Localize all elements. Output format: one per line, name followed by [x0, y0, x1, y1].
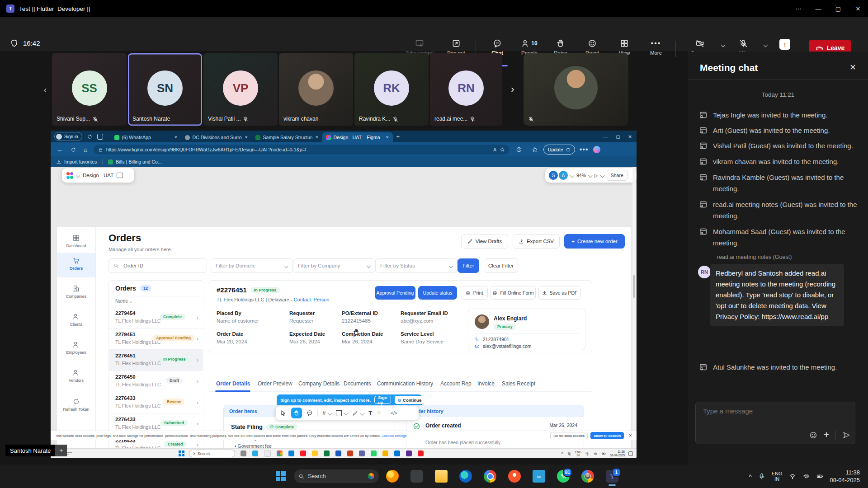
chrome-icon[interactable] — [484, 470, 496, 483]
google-continue-button[interactable]: G Continue — [395, 396, 425, 404]
scrollbar-track[interactable] — [632, 167, 636, 458]
filter-status-select[interactable]: Filter by Status — [375, 258, 458, 273]
pin-presenter-button[interactable]: + — [55, 445, 67, 456]
sidebar-item-clients[interactable]: Clients — [57, 313, 95, 327]
app-icon[interactable] — [394, 450, 400, 456]
update-status-button[interactable]: Update status — [418, 286, 457, 300]
app-icon[interactable] — [410, 470, 423, 483]
notifications-icon[interactable] — [628, 451, 633, 456]
acrobat-icon[interactable] — [418, 450, 424, 456]
tab-documents[interactable]: Documents — [344, 380, 371, 387]
tiles-scroll-right[interactable]: › — [505, 53, 521, 126]
window-more-icon[interactable]: ⋯ — [788, 0, 808, 17]
file-explorer-icon[interactable] — [435, 470, 448, 483]
print-button[interactable]: Print — [461, 286, 488, 300]
more-button[interactable]: ••• More — [640, 39, 672, 56]
speaker-icon[interactable] — [802, 473, 810, 480]
tab-communication-history[interactable]: Communication History — [377, 380, 433, 387]
chat-close-icon[interactable]: ✕ — [849, 62, 856, 72]
sidebar-item-companies[interactable]: Companies — [57, 285, 95, 299]
video-tile[interactable]: SS Shivani Sup... — [52, 53, 127, 126]
hand-tool-active[interactable] — [291, 408, 302, 418]
layout-icon[interactable] — [117, 173, 123, 178]
zoom-chevron-icon[interactable] — [588, 173, 593, 178]
browser-update-button[interactable]: Update — [543, 145, 575, 155]
tab-order-details[interactable]: Order Details — [216, 380, 250, 387]
whatsapp-icon[interactable] — [371, 450, 377, 456]
shared-search-box[interactable]: Search — [189, 450, 235, 457]
sidebar-item-employees[interactable]: Employees — [57, 341, 95, 355]
tab-company-details[interactable]: Company Details — [298, 380, 340, 387]
filter-button[interactable]: Filter — [458, 258, 479, 273]
import-favorites-link[interactable]: Import favorites — [64, 159, 97, 164]
app-icon[interactable] — [382, 450, 388, 456]
start-button[interactable] — [179, 450, 184, 456]
frame-tool-icon[interactable]: # — [322, 410, 326, 417]
column-name[interactable]: Name — [115, 298, 128, 304]
shared-clock[interactable]: 11:3808-04-2025 — [610, 450, 625, 457]
allow-cookies-button[interactable]: Allow all cookies — [590, 432, 624, 439]
resources-tool-icon[interactable]: ⁘ — [377, 410, 381, 416]
sidebar-item-dashboard[interactable]: Dashboard — [57, 234, 95, 248]
comment-tool-icon[interactable] — [307, 410, 313, 416]
app-icon[interactable] — [406, 450, 412, 456]
refresh-icon[interactable] — [71, 147, 76, 153]
minimize-button[interactable]: — — [808, 0, 828, 17]
sidebar-item-vendors[interactable]: Vendors — [57, 369, 95, 383]
tray-expand-icon[interactable]: ^ — [561, 451, 563, 456]
cookie-settings-link[interactable]: Cookies settings — [382, 434, 406, 438]
brave-icon[interactable] — [508, 470, 521, 483]
dev-mode-icon[interactable]: </> — [391, 411, 397, 416]
back-icon[interactable]: ← — [57, 146, 63, 153]
app-icon[interactable] — [300, 450, 306, 456]
firefox-icon[interactable] — [386, 470, 399, 483]
edge-icon[interactable] — [459, 470, 472, 483]
maximize-button[interactable]: ▢ — [828, 0, 848, 17]
app-icon[interactable] — [241, 450, 246, 456]
chrome-profile-icon[interactable] — [581, 470, 594, 483]
browser-restore-icon[interactable]: ▢ — [616, 134, 620, 139]
order-row[interactable]: 2276450TL Flex Holdings LLC Draft› — [109, 371, 203, 392]
folder-icon[interactable] — [312, 450, 318, 456]
view-drafts-button[interactable]: View Drafts — [461, 234, 508, 249]
tray-mic-icon[interactable] — [758, 473, 765, 480]
send-icon[interactable] — [842, 431, 850, 439]
home-icon[interactable]: ⌂ — [84, 146, 87, 153]
order-row[interactable]: 2279451TL Flex Holdings LLC Approval Pen… — [109, 328, 203, 350]
tab-close-icon[interactable]: ✕ — [174, 135, 178, 140]
powerpoint-icon[interactable] — [347, 450, 353, 456]
avatars-chevron-icon[interactable] — [570, 173, 575, 178]
order-id-input[interactable] — [123, 263, 192, 269]
battery-icon[interactable] — [816, 473, 824, 480]
contact-phone[interactable]: 2123874901 — [483, 337, 509, 342]
order-row-selected[interactable]: 2276451TL Flex Holdings LLC In Progress› — [109, 349, 203, 371]
teams-icon-active[interactable]: T 1 — [606, 470, 618, 483]
tab-order-preview[interactable]: Order Preview — [258, 380, 292, 387]
zoom-level[interactable]: 94% — [576, 173, 586, 178]
chat-message-input[interactable] — [702, 407, 840, 415]
tiles-scroll-left[interactable]: ‹ — [40, 53, 51, 126]
video-tile-active-speaker[interactable]: SN Santosh Narate — [128, 53, 202, 126]
favorite-star-icon[interactable] — [500, 147, 505, 152]
whatsapp-icon[interactable]: 81 — [557, 470, 570, 483]
tab-account-rep[interactable]: Account Rep — [440, 380, 472, 387]
select-tool-icon[interactable] — [280, 410, 287, 416]
tab-sales-receipt[interactable]: Sales Receipt — [502, 380, 535, 387]
vscode-icon[interactable]: ‹› — [533, 470, 545, 483]
attach-plus-icon[interactable]: + — [824, 430, 829, 440]
collaborator-avatar[interactable]: S — [549, 171, 558, 180]
edge-icon[interactable] — [288, 450, 294, 456]
excel-icon[interactable] — [324, 450, 330, 456]
sort-arrow-icon[interactable]: ↓ — [130, 298, 132, 304]
read-aloud-icon[interactable]: A — [493, 147, 496, 152]
pen-tool-icon[interactable] — [352, 410, 358, 416]
close-button[interactable]: ✕ — [848, 0, 868, 17]
browser-workspaces-icon[interactable] — [97, 134, 103, 140]
shape-tool-icon[interactable] — [336, 410, 342, 416]
emoji-icon[interactable] — [809, 431, 817, 439]
clear-filter-button[interactable]: Clear Filter — [484, 258, 518, 273]
signup-button[interactable]: Sign up — [374, 396, 391, 404]
tray-expand-icon[interactable]: ^ — [749, 473, 752, 480]
present-chevron-icon[interactable] — [600, 173, 604, 178]
language-indicator[interactable]: ENGIN — [772, 471, 783, 482]
